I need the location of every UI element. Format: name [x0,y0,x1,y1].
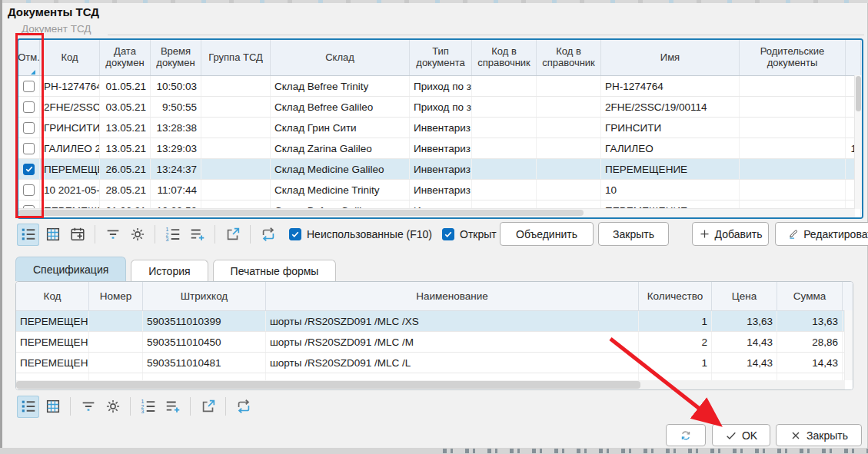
doc-cell-check[interactable] [18,138,40,158]
spec-cell-number [89,311,143,331]
column-header-Код[interactable]: Код [40,40,100,75]
documents-table-hscrollbar[interactable] [18,208,855,217]
doc-cell-check[interactable] [18,97,40,117]
documents-table-vscrollbar[interactable] [854,75,862,209]
column-header-Время докумен[interactable]: Время докумен [151,40,201,75]
doc-cell-group [201,180,271,200]
close-form-button[interactable]: Закрыть [776,424,862,446]
vscrollbar-thumb[interactable] [856,76,861,111]
spec-toolbar: 123 [17,394,254,419]
list-add-icon[interactable] [161,396,184,418]
list-add-icon[interactable] [186,224,208,246]
column-header-Группа ТСД[interactable]: Группа ТСД [201,40,271,75]
doc-table-row[interactable]: 10 2021-05-228.05.2111:07:44Склад Medici… [18,180,862,200]
row-checkbox[interactable] [23,101,35,113]
toolbar-separator [190,397,191,416]
row-checkbox[interactable] [23,81,35,92]
column-header-Дата докумен[interactable]: Дата докумен [100,40,151,75]
row-checkbox[interactable] [23,122,35,134]
unused-filter-checkbox[interactable]: Неиспользованные (F10) [289,228,432,240]
spec-column-header-extra[interactable] [843,282,853,310]
column-header-Имя[interactable]: Имя [601,40,740,75]
spec-table-vscrollbar[interactable] [844,310,853,380]
doc-cell-time: 13:29:03 [151,138,201,158]
spec-column-header-Штрихкод[interactable]: Штрихкод [143,282,266,310]
table-grid-icon[interactable] [42,224,64,246]
spec-cell-price: 14,43 [712,353,777,373]
doc-cell-ref_code1 [472,97,537,117]
doc-table-row[interactable]: ГРИНСИТИ 213.05.2113:28:38Склад Грин Сит… [18,118,862,138]
spec-cell-code: ПЕРЕМЕЩЕН [16,311,89,331]
refresh-button[interactable] [666,424,706,446]
spec-hscrollbar-thumb[interactable] [16,381,640,389]
refresh-loop-icon[interactable] [257,224,279,246]
settings-gear-icon[interactable] [126,224,148,246]
ok-button[interactable]: OK [712,424,770,446]
filter-icon[interactable] [77,396,99,418]
toolbar-separator [130,397,131,416]
column-header-Код в справочник[interactable]: Код в справочник [472,40,537,75]
doc-cell-check[interactable] [18,118,40,138]
doc-table-row[interactable]: РН-127476401.05.2110:50:03Склад Befree T… [18,76,862,97]
column-header-Тип документа[interactable]: Тип документа [410,40,472,75]
filter-icon[interactable] [101,224,124,246]
spec-table[interactable]: КодНомерШтрихкодНаименованиеКоличествоЦе… [15,281,853,390]
column-header-Склад[interactable]: Склад [271,40,410,75]
refresh-loop-icon[interactable] [232,396,254,418]
tab-history[interactable]: История [131,260,208,281]
row-checkbox[interactable] [23,184,35,196]
spec-column-header-Цена[interactable]: Цена [712,282,777,310]
doc-cell-warehouse: Склад Medicine Galileo [271,159,410,179]
settings-gear-icon[interactable] [101,396,124,418]
spec-column-header-Код[interactable]: Код [16,282,89,310]
doc-cell-ref_code1 [472,118,537,138]
checkbox-icon[interactable] [289,228,301,240]
row-checkbox[interactable] [23,164,35,175]
open-external-icon[interactable] [221,224,244,246]
documents-table-body: РН-127476401.05.2110:50:03Склад Befree T… [18,76,862,219]
tab-print-forms[interactable]: Печатные формы [213,260,337,281]
doc-cell-check[interactable] [18,159,40,179]
doc-cell-code: РН-1274764 [40,76,100,96]
checkbox-icon[interactable] [442,228,454,240]
merge-button[interactable]: Объединить [500,222,594,246]
spec-column-header-Наименование[interactable]: Наименование [266,282,639,310]
ok-button-label: OK [742,429,757,442]
list-view-icon[interactable] [17,224,39,246]
sort-indicator-icon [31,70,35,75]
spec-column-header-Сумма[interactable]: Сумма [777,282,843,310]
list-view-icon[interactable] [17,396,39,418]
numbered-list-icon[interactable]: 123 [161,224,184,246]
numbered-list-icon[interactable]: 123 [137,396,159,418]
column-header-Отм.[interactable]: Отм. [18,40,40,75]
spec-table-row[interactable]: ПЕРЕМЕЩЕН5903511010450шорты /RS20SZD091 … [16,332,853,353]
add-button[interactable]: Добавить [692,222,769,246]
row-checkbox[interactable] [23,143,35,154]
hscrollbar-thumb[interactable] [18,210,584,216]
column-header-Код в справочник[interactable]: Код в справочник [537,40,601,75]
spec-column-header-Номер[interactable]: Номер [89,282,143,310]
spec-table-row[interactable]: ПЕРЕМЕЩЕН5903511010399шорты /RS20SZD091 … [16,311,853,332]
doc-cell-parent_docs [740,76,846,96]
doc-cell-check[interactable] [18,180,40,200]
close-doc-button[interactable]: Закрыть [598,222,669,246]
tab-specification[interactable]: Спецификация [15,257,126,281]
doc-table-row[interactable]: 2FHE/2SSC/103.05.219:50:55Склад Befree G… [18,97,862,118]
spec-table-hscrollbar[interactable] [16,380,845,389]
toolbar-separator [155,225,155,244]
plus-icon [699,228,710,240]
edit-button[interactable]: Редактировать [775,222,868,246]
doc-table-row[interactable]: ПЕРЕМЕЩЕН26.05.2113:24:37Склад Medicine … [18,159,862,180]
open-external-icon[interactable] [197,396,219,418]
column-header-Родительские документы[interactable]: Родительские документы [740,40,846,75]
spec-column-header-Количество[interactable]: Количество [639,282,712,310]
column-header-extra[interactable] [846,40,861,75]
documents-table[interactable]: Отм.КодДата докуменВремя докуменГруппа Т… [17,38,863,219]
table-grid-icon[interactable] [42,396,64,418]
calendar-add-icon[interactable] [66,224,88,246]
spec-table-row[interactable]: ПЕРЕМЕЩЕН5903511010481шорты /RS20SZD091 … [16,353,853,373]
doc-cell-check[interactable] [18,76,40,96]
doc-cell-name: ГАЛИЛЕО [601,138,740,158]
doc-table-row[interactable]: ГАЛИЛЕО 2013.05.2113:29:03Склад Zarina G… [18,138,862,159]
doc-cell-date: 26.05.21 [100,159,151,179]
